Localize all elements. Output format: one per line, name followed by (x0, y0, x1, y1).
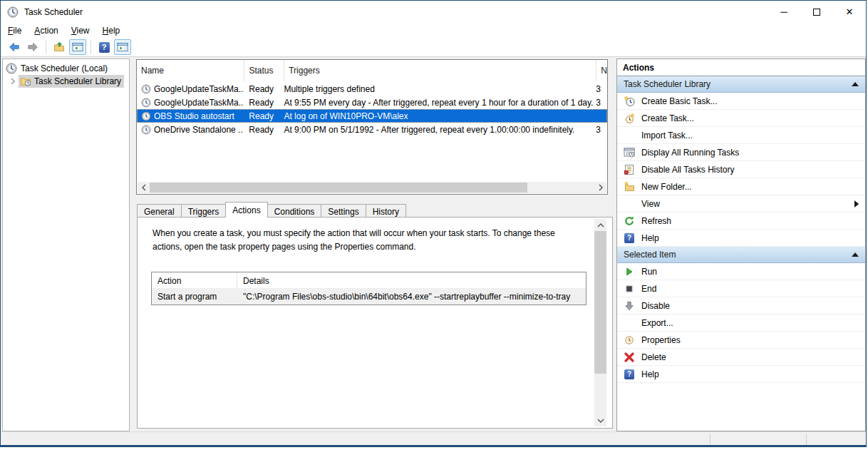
task-triggers: At log on of WIN10PRO-VM\alex (282, 111, 593, 121)
tab-triggers[interactable]: Triggers (181, 204, 227, 218)
task-name: GoogleUpdateTaskMa... (154, 98, 243, 108)
tab-history[interactable]: History (366, 204, 406, 218)
tree-node-library[interactable]: Task Scheduler Library (3, 75, 129, 88)
tasks-history-icon (624, 164, 635, 175)
action-create-task[interactable]: Create Task... (617, 110, 865, 127)
action-view[interactable]: View (617, 195, 865, 213)
section-header-library[interactable]: Task Scheduler Library (617, 76, 865, 93)
scrollbar-thumb[interactable] (150, 183, 527, 193)
column-header-triggers[interactable]: Triggers (284, 60, 596, 81)
action-help-selected[interactable]: ? Help (617, 366, 865, 383)
window-title: Task Scheduler (24, 7, 83, 17)
refresh-icon (624, 215, 635, 227)
action-details: "C:\Program Files\obs-studio\bin\64bit\o… (237, 292, 586, 302)
app-clock-icon (7, 6, 19, 18)
scroll-up-icon[interactable] (594, 219, 606, 231)
action-import-task[interactable]: Import Task... (617, 127, 865, 144)
properties-icon (624, 335, 634, 345)
clock-icon (6, 63, 17, 74)
tab-general[interactable]: General (137, 204, 182, 218)
horizontal-scrollbar[interactable] (138, 182, 606, 193)
action-disable[interactable]: Disable (617, 297, 865, 315)
task-next-run: 3 (593, 84, 607, 94)
vertical-scrollbar[interactable] (594, 219, 606, 426)
action-export[interactable]: Export... (617, 315, 865, 332)
column-header-next-run[interactable]: N (596, 60, 607, 81)
chevron-right-icon[interactable] (7, 78, 19, 85)
run-icon (624, 267, 634, 277)
action-pane-icon (117, 41, 128, 53)
scroll-right-icon[interactable] (594, 182, 606, 193)
task-name: OBS Studio autostart (154, 111, 234, 121)
tab-conditions[interactable]: Conditions (267, 204, 322, 218)
task-list: Name Status Triggers N GoogleUpdateTaskM… (136, 59, 608, 195)
back-arrow-icon (9, 41, 20, 53)
task-status: Ready (243, 111, 282, 121)
tree-node-local[interactable]: Task Scheduler (Local) (3, 62, 129, 75)
minimize-icon: ─ (780, 6, 787, 17)
action-new-folder[interactable]: New Folder... (617, 178, 865, 195)
task-status: Ready (243, 98, 282, 108)
task-clock-icon (141, 84, 151, 94)
column-header-status[interactable]: Status (244, 60, 284, 81)
close-button[interactable]: ✕ (833, 1, 866, 23)
folder-clock-icon (20, 76, 31, 87)
task-next-run: 3 (593, 98, 607, 108)
help-button[interactable]: ? (95, 39, 113, 55)
table-row[interactable]: OneDrive Standalone ... Ready At 9:00 PM… (137, 123, 607, 136)
action-end[interactable]: End (617, 280, 865, 297)
column-header-action[interactable]: Action (152, 272, 237, 288)
export-folder-icon (53, 41, 65, 53)
action-help[interactable]: ? Help (617, 230, 865, 247)
section-header-selected-item[interactable]: Selected Item (617, 247, 865, 263)
action-delete[interactable]: Delete (617, 349, 865, 366)
action-run[interactable]: Run (617, 263, 865, 280)
table-row[interactable]: GoogleUpdateTaskMa... Ready At 9:55 PM e… (137, 96, 607, 109)
task-triggers: At 9:55 PM every day - After triggered, … (282, 98, 593, 108)
toolbar-separator (46, 40, 46, 54)
column-header-details[interactable]: Details (237, 272, 586, 288)
show-action-pane-button[interactable] (114, 39, 131, 55)
tab-settings[interactable]: Settings (321, 204, 366, 218)
menu-file[interactable]: File (1, 24, 28, 38)
action-properties[interactable]: Properties (617, 332, 865, 349)
console-tree-icon (72, 41, 83, 53)
back-button[interactable] (6, 39, 23, 55)
menu-action[interactable]: Action (28, 24, 64, 38)
export-list-button[interactable] (51, 39, 68, 55)
title-bar: Task Scheduler ─ ✕ (1, 1, 866, 23)
tab-actions[interactable]: Actions (225, 202, 267, 218)
menu-help[interactable]: Help (96, 24, 127, 38)
scroll-left-icon[interactable] (138, 182, 150, 193)
scroll-down-icon[interactable] (594, 414, 606, 426)
create-basic-task-icon (624, 96, 635, 107)
menu-view[interactable]: View (65, 24, 96, 38)
task-triggers: Multiple triggers defined (282, 84, 593, 94)
task-list-header: Name Status Triggers N (137, 60, 607, 81)
toolbar: ? (1, 38, 866, 57)
maximize-button[interactable] (800, 1, 833, 23)
forward-button[interactable] (24, 39, 41, 55)
show-console-tree-button[interactable] (69, 39, 86, 55)
task-triggers: At 9:00 PM on 5/1/1992 - After triggered… (282, 125, 593, 135)
new-folder-icon (624, 181, 635, 193)
create-task-icon (624, 113, 635, 124)
forward-arrow-icon (27, 41, 38, 53)
task-status: Ready (243, 84, 282, 94)
table-row[interactable]: GoogleUpdateTaskMa... Ready Multiple tri… (137, 82, 607, 96)
column-header-name[interactable]: Name (137, 60, 244, 81)
status-bar-divider (806, 434, 807, 446)
task-clock-icon (141, 125, 151, 135)
action-refresh[interactable]: Refresh (617, 213, 865, 230)
action-disable-tasks-history[interactable]: Disable All Tasks History (617, 161, 865, 178)
collapse-icon[interactable] (852, 82, 859, 86)
collapse-icon[interactable] (852, 252, 859, 257)
minimize-button[interactable]: ─ (768, 1, 800, 23)
table-row-selected[interactable]: OBS Studio autostart Ready At log on of … (137, 109, 607, 123)
action-display-running-tasks[interactable]: Display All Running Tasks (617, 144, 865, 161)
action-create-basic-task[interactable]: Create Basic Task... (617, 93, 865, 110)
scrollbar-thumb[interactable] (594, 231, 606, 374)
table-row[interactable]: Start a program "C:\Program Files\obs-st… (152, 289, 586, 305)
tree-node-library-selected[interactable]: Task Scheduler Library (19, 75, 124, 88)
tab-strip: General Triggers Actions Conditions Sett… (137, 203, 405, 218)
